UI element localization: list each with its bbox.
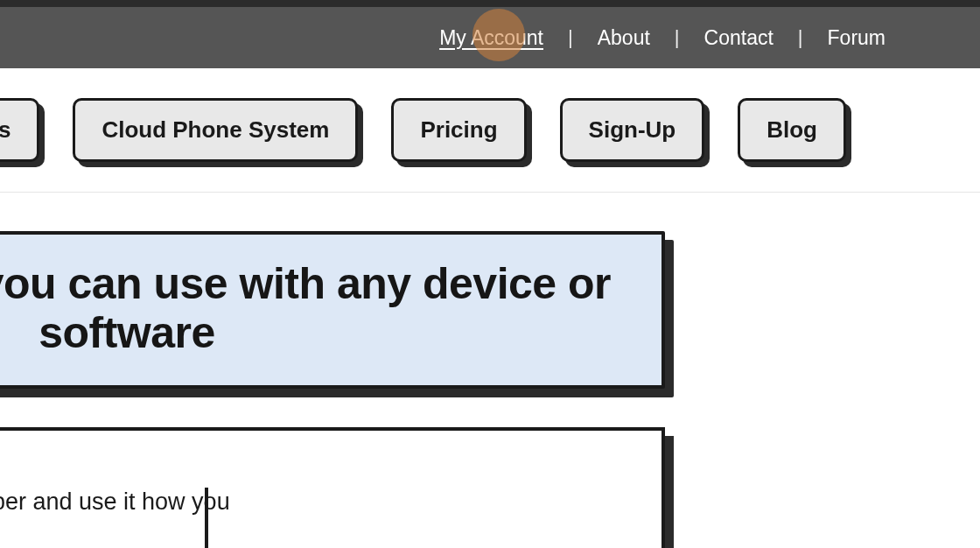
nav-btn-cloud-phone-system[interactable]: Cloud Phone System	[73, 98, 358, 162]
top-utility-nav: My Account | About | Contact | Forum	[0, 7, 980, 68]
nav-btn-sign-up[interactable]: Sign-Up	[560, 98, 705, 162]
nav-btn-pricing[interactable]: Pricing	[391, 98, 526, 162]
browser-chrome-strip	[0, 0, 980, 7]
nav-btn-blog[interactable]: Blog	[738, 98, 846, 162]
intro-panel: Our service is simple, get a number and …	[0, 427, 665, 548]
content-area: Phone numbers you can use with any devic…	[0, 193, 980, 548]
nav-my-account[interactable]: My Account	[415, 26, 568, 50]
nav-forum[interactable]: Forum	[803, 26, 910, 50]
intro-text: Our service is simple, get a number and …	[0, 485, 257, 548]
nav-contact[interactable]: Contact	[680, 26, 798, 50]
vertical-divider	[205, 488, 208, 548]
nav-btn-phone-numbers[interactable]: Phone Numbers	[0, 98, 39, 162]
nav-about[interactable]: About	[573, 26, 675, 50]
main-nav: Phone Numbers Cloud Phone System Pricing…	[0, 68, 980, 193]
hero-title: Phone numbers you can use with any devic…	[0, 259, 635, 357]
hero-banner: Phone numbers you can use with any devic…	[0, 231, 665, 389]
